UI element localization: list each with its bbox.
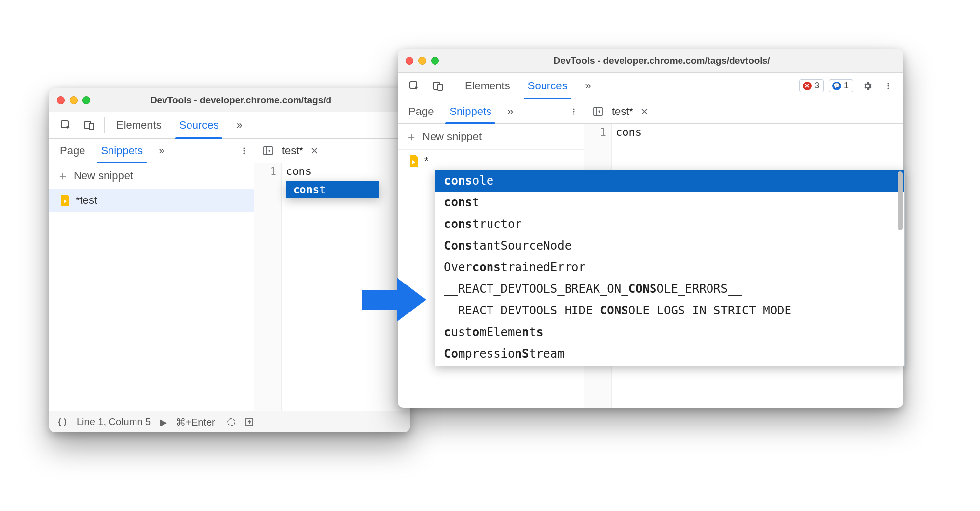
error-badge[interactable]: ✕ 3	[799, 79, 824, 92]
sidebar-toggle-icon[interactable]	[259, 145, 277, 156]
main-tabbar: Elements Sources »	[49, 112, 410, 139]
tab-elements[interactable]: Elements	[456, 73, 519, 99]
close-window-button[interactable]	[57, 96, 65, 104]
autocomplete-item[interactable]: __REACT_DEVTOOLS_HIDE_CONSOLE_LOGS_IN_ST…	[435, 300, 904, 321]
info-icon: 💬	[832, 82, 841, 90]
window-controls	[57, 96, 90, 104]
tab-sources[interactable]: Sources	[170, 112, 228, 138]
line-number: 1	[584, 126, 606, 138]
autocomplete-item[interactable]: console	[435, 170, 904, 192]
subtab-snippets[interactable]: Snippets	[93, 139, 151, 163]
subtab-page[interactable]: Page	[401, 99, 441, 123]
tab-elements[interactable]: Elements	[108, 112, 170, 138]
subtab-page[interactable]: Page	[52, 139, 93, 163]
autocomplete-item[interactable]: OverconstrainedError	[435, 256, 904, 278]
tab-more[interactable]: »	[227, 112, 251, 138]
error-icon: ✕	[803, 82, 812, 90]
line-number: 1	[254, 165, 276, 177]
plus-icon: ＋	[406, 129, 417, 144]
svg-point-14	[887, 87, 889, 89]
close-icon[interactable]: ✕	[637, 106, 652, 117]
new-snippet-label: New snippet	[422, 130, 482, 143]
subtab-more[interactable]: »	[499, 99, 521, 123]
run-icon[interactable]: ▶	[160, 416, 167, 428]
inspect-icon[interactable]	[54, 112, 78, 138]
svg-point-17	[573, 113, 574, 114]
kebab-icon[interactable]	[234, 139, 254, 163]
code-input[interactable]: cons	[282, 163, 410, 179]
file-tab[interactable]: test* ✕	[280, 144, 324, 157]
snippet-item[interactable]: *test	[49, 189, 254, 212]
autocomplete-item[interactable]: __REACT_DEVTOOLS_BREAK_ON_CONSOLE_ERRORS…	[435, 278, 904, 300]
minimize-window-button[interactable]	[70, 96, 78, 104]
file-tab-label: test*	[282, 144, 303, 157]
svg-point-15	[573, 108, 574, 110]
run-shortcut: ⌘+Enter	[176, 416, 215, 428]
svg-point-3	[243, 147, 245, 149]
autocomplete-item[interactable]: constructor	[435, 213, 904, 235]
inspect-icon[interactable]	[403, 73, 426, 99]
svg-rect-11	[438, 84, 442, 90]
svg-point-5	[243, 152, 245, 154]
svg-rect-2	[89, 123, 94, 130]
file-tab[interactable]: test* ✕	[610, 105, 653, 118]
titlebar: DevTools - developer.chrome.com/tags/d	[49, 88, 410, 112]
svg-point-12	[887, 83, 889, 84]
gear-icon[interactable]	[857, 73, 878, 99]
coverage-icon-left[interactable]	[227, 418, 236, 426]
autocomplete-item[interactable]: const	[286, 181, 379, 198]
statusbar: Line 1, Column 5 ▶ ⌘+Enter	[49, 411, 410, 432]
autocomplete-item[interactable]: CompressionStream	[435, 343, 904, 365]
maximize-window-button[interactable]	[431, 57, 439, 65]
close-icon[interactable]: ✕	[307, 145, 322, 157]
gutter: 1	[254, 163, 282, 411]
error-count: 3	[815, 81, 819, 91]
minimize-window-button[interactable]	[418, 57, 426, 65]
new-snippet-button[interactable]: ＋ New snippet	[398, 124, 584, 150]
arrow-icon	[357, 273, 431, 327]
titlebar: DevTools - developer.chrome.com/tags/dev…	[398, 49, 903, 73]
main-tabbar: Elements Sources » ✕ 3 💬 1	[398, 73, 903, 99]
device-toggle-icon[interactable]	[426, 73, 450, 99]
kebab-icon[interactable]	[564, 99, 584, 123]
close-window-button[interactable]	[406, 57, 413, 65]
svg-point-4	[243, 150, 245, 151]
file-tab-label: test*	[612, 105, 633, 118]
sources-subbar: Page Snippets » test* ✕	[49, 139, 410, 163]
pretty-print-icon[interactable]	[57, 417, 68, 427]
autocomplete-popup[interactable]: consoleconstconstructorConstantSourceNod…	[435, 170, 905, 366]
plus-icon: ＋	[57, 168, 69, 184]
maximize-window-button[interactable]	[82, 96, 90, 104]
tab-sources[interactable]: Sources	[519, 73, 576, 99]
body: ＋ New snippet *test 1 cons	[49, 163, 410, 411]
tab-more[interactable]: »	[576, 73, 599, 99]
subtab-snippets[interactable]: Snippets	[441, 99, 499, 123]
new-snippet-label: New snippet	[74, 170, 133, 182]
snippet-file-icon	[60, 194, 71, 207]
autocomplete-item[interactable]: crossOriginIsolated	[435, 365, 904, 366]
info-count: 1	[844, 81, 849, 91]
coverage-icon-right[interactable]	[245, 417, 254, 427]
autocomplete-item[interactable]: customElements	[435, 321, 904, 343]
devtools-window-left: DevTools - developer.chrome.com/tags/d E…	[49, 88, 410, 432]
kebab-icon[interactable]	[878, 73, 898, 99]
sources-subbar: Page Snippets » test* ✕	[398, 99, 903, 124]
scrollbar[interactable]	[898, 171, 903, 364]
window-controls	[406, 57, 439, 65]
autocomplete-item[interactable]: const	[435, 192, 904, 213]
snippet-file-icon	[408, 155, 419, 168]
sidebar-toggle-icon[interactable]	[589, 106, 607, 117]
autocomplete-popup[interactable]: const	[286, 181, 379, 198]
window-title: DevTools - developer.chrome.com/tags/dev…	[453, 56, 896, 66]
svg-point-16	[573, 111, 574, 112]
svg-point-13	[887, 85, 889, 86]
snippet-item-label: *	[424, 155, 429, 168]
code-input[interactable]: cons	[612, 124, 903, 140]
new-snippet-button[interactable]: ＋ New snippet	[49, 163, 254, 189]
device-toggle-icon[interactable]	[78, 112, 101, 138]
cursor-position: Line 1, Column 5	[77, 416, 151, 427]
info-badge[interactable]: 💬 1	[829, 79, 853, 92]
subtab-more[interactable]: »	[151, 139, 172, 163]
autocomplete-item[interactable]: ConstantSourceNode	[435, 235, 904, 256]
window-title: DevTools - developer.chrome.com/tags/d	[104, 95, 402, 106]
